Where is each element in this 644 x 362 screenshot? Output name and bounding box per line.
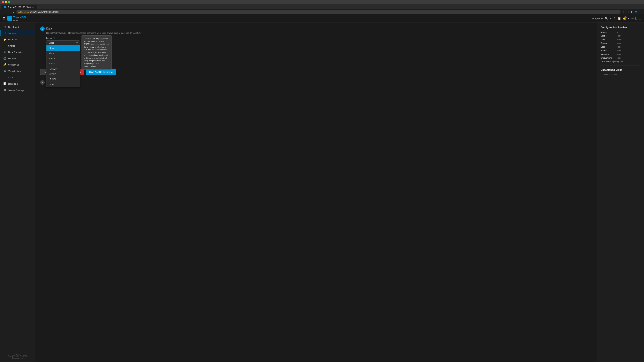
sidebar-item-apps[interactable]: ⬡ Apps <box>0 74 35 81</box>
layout-option-mirror-label: Mirror <box>49 52 54 54</box>
tab-title: TrueNAS - 192.168.29.43 <box>8 6 30 8</box>
address-bar: ← → ↻ ⚠ Not secure 192.168.29.43/ui/stor… <box>0 9 644 14</box>
sidebar-version: TrueNAS SCALE © 2024 <box>3 355 32 357</box>
logo-scale: SCALE <box>13 19 26 21</box>
sidebar-item-reporting[interactable]: 📊 Reporting <box>0 81 35 87</box>
user-label: admin <box>628 17 634 19</box>
sidebar-item-virtualization[interactable]: 💻 Virtualization <box>0 68 35 74</box>
notifications-icon[interactable]: 🔔 1 <box>623 17 626 20</box>
step2-number: 2 <box>40 26 44 31</box>
sidebar-label-storage: Storage <box>8 32 16 34</box>
config-key-name: Name: <box>600 31 616 33</box>
sidebar-label-datasets: Datasets <box>8 38 17 41</box>
ix-systems-label: iX systems <box>592 17 603 19</box>
sidebar: ⊞ Dashboard 🗄 Storage 📁 Datasets ↔ Share… <box>0 22 35 362</box>
forward-nav-button[interactable]: → <box>7 10 10 13</box>
config-val-spare: None <box>617 49 622 52</box>
url-text: 192.168.29.43/ui/storage/create <box>30 11 58 13</box>
layout-option-draid1[interactable]: dRAID1 <box>46 71 80 77</box>
sidebar-item-credentials[interactable]: 🔑 Credentials › <box>0 61 35 68</box>
config-row-cache: Cache: None <box>600 35 641 37</box>
config-key-spare: Spare: <box>600 49 616 52</box>
sidebar-item-data-protection[interactable]: 🛡 Data Protection <box>0 49 35 55</box>
layout-option-draid3[interactable]: dRAID3 <box>46 82 80 87</box>
config-preview-title: Configuration Preview <box>600 26 641 29</box>
config-key-metadata: Metadata: <box>600 53 616 55</box>
back-nav-button[interactable]: ← <box>2 10 5 13</box>
browser-min-btn[interactable] <box>5 1 7 3</box>
browser-max-btn[interactable] <box>8 1 10 3</box>
power-icon[interactable]: ⏻ <box>639 17 641 20</box>
config-row-dedup: Dedup: None <box>600 42 641 44</box>
user-menu-button[interactable]: admin 👤 <box>628 17 637 19</box>
save-and-review-button[interactable]: Save And Go To Review <box>86 69 116 75</box>
star-topbar-icon[interactable]: ★ <box>610 17 612 20</box>
system-settings-arrow-icon: › <box>32 89 32 91</box>
tab-close-button[interactable]: ✕ <box>32 6 34 8</box>
layout-option-raidz2[interactable]: RAIDZ2 <box>46 61 80 66</box>
sidebar-item-storage[interactable]: 🗄 Storage <box>0 30 35 36</box>
address-input-container[interactable]: ⚠ Not secure 192.168.29.43/ui/storage/cr… <box>16 10 620 14</box>
logo-text: TrueNAS <box>13 16 26 19</box>
clipboard-topbar-icon[interactable]: 📋 <box>618 17 621 20</box>
browser-controls <box>2 1 10 3</box>
config-val-log: None <box>617 46 622 48</box>
config-row-encryption: Encryption: None <box>600 57 641 59</box>
not-secure-label: Not secure <box>20 11 29 13</box>
config-key-cache: Cache: <box>600 35 616 37</box>
storage-icon: 🗄 <box>3 32 6 35</box>
sidebar-item-datasets[interactable]: 📁 Datasets <box>0 36 35 43</box>
reload-button[interactable]: ↻ <box>12 10 15 13</box>
config-preview-rows: Name: a Cache: None Data: None Dedup: No… <box>600 31 641 63</box>
config-row-total-raw: Total Raw Capacity: 0 B <box>600 60 641 63</box>
search-topbar-icon[interactable]: 🔍 <box>604 17 608 20</box>
config-val-data: None <box>617 38 622 41</box>
layout-option-draid3-label: dRAID3 <box>49 83 56 86</box>
browser-titlebar <box>0 0 644 4</box>
config-row-name: Name: a <box>600 31 641 33</box>
dashboard-icon: ⊞ <box>3 25 6 28</box>
right-panel: Configuration Preview Name: a Cache: Non… <box>597 22 644 362</box>
more-options-icon[interactable]: ⋮ <box>639 10 642 14</box>
config-row-data: Data: None <box>600 38 641 41</box>
layout-option-stripe[interactable]: Stripe <box>46 45 80 51</box>
datasets-icon: 📁 <box>3 38 6 41</box>
sidebar-item-network[interactable]: 🌐 Network <box>0 55 35 61</box>
unassigned-disks-empty-message: No disks available. <box>600 73 641 76</box>
bookmark-icon[interactable]: ☆ <box>622 10 625 14</box>
hamburger-menu-button[interactable]: ☰ <box>3 16 5 20</box>
config-row-spare: Spare: None <box>600 49 641 52</box>
download-icon[interactable]: ⬇ <box>630 10 633 14</box>
not-secure-badge: ⚠ Not secure <box>18 11 29 13</box>
new-tab-button[interactable]: + <box>38 6 39 8</box>
layout-option-raidz1[interactable]: RAIDZ1 <box>46 56 80 61</box>
layout-dropdown-container: Stripe ▾ Stripe Mirror <box>46 40 80 45</box>
config-row-metadata: Metadata: None <box>600 53 641 55</box>
extensions-topbar-icon[interactable]: ⬡ <box>614 17 616 20</box>
step2-header: 2 Data <box>40 26 592 31</box>
config-key-data: Data: <box>600 38 616 41</box>
sidebar-item-dashboard[interactable]: ⊞ Dashboard <box>0 24 35 30</box>
app-container: ⊞ Dashboard 🗄 Storage 📁 Datasets ↔ Share… <box>0 22 644 362</box>
network-icon: 🌐 <box>3 57 6 60</box>
layout-info-icon[interactable]: ⓘ <box>54 37 56 39</box>
active-tab[interactable]: TrueNAS - 192.168.29.43 ✕ <box>1 5 37 9</box>
truenas-logo: T TrueNAS SCALE <box>8 16 26 21</box>
vdev-form-group: Number of VDEVs * ▾ <box>46 56 592 64</box>
extensions-icon[interactable]: ⬡ <box>626 10 629 14</box>
step3-number: 3 <box>40 80 44 85</box>
layout-option-stripe-label: Stripe <box>49 47 54 49</box>
profile-icon[interactable]: 👤 <box>634 10 638 14</box>
sidebar-label-reporting: Reporting <box>8 83 18 85</box>
config-val-metadata: None <box>617 53 622 55</box>
layout-dropdown-trigger[interactable]: Stripe ▾ <box>46 40 80 45</box>
warning-icon: ⚠ <box>18 11 20 13</box>
layout-option-raidz3[interactable]: RAIDZ3 <box>46 66 80 71</box>
browser-toolbar-icons: ☆ ⬡ ⬇ 👤 ⋮ <box>622 10 642 14</box>
sidebar-item-shares[interactable]: ↔ Shares <box>0 43 35 49</box>
layout-option-mirror[interactable]: Mirror <box>46 51 80 56</box>
layout-option-draid2[interactable]: dRAID2 <box>46 77 80 82</box>
browser-close-btn[interactable] <box>2 1 4 3</box>
sidebar-item-system-settings[interactable]: ⚙ System Settings › <box>0 87 35 93</box>
layout-section: Layout * ⓘ Stripe ▾ <box>46 37 592 64</box>
